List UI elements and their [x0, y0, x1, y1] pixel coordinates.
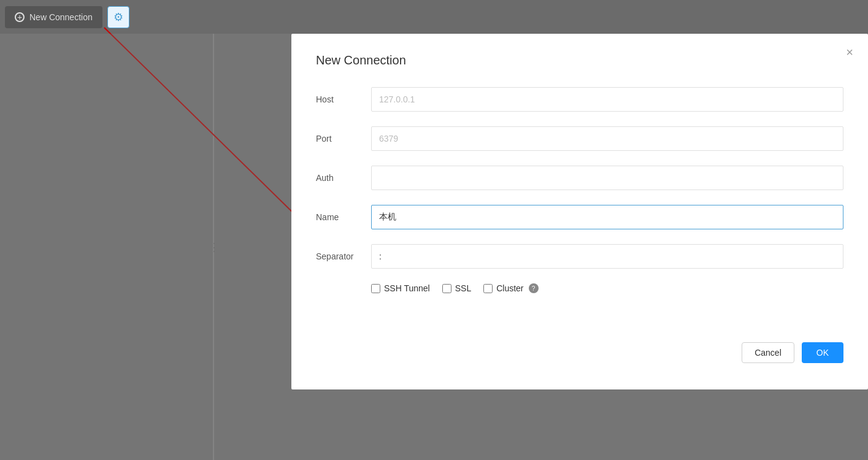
auth-input[interactable] — [371, 166, 843, 190]
ssl-checkbox[interactable] — [442, 284, 451, 293]
ssh-tunnel-checkbox-item[interactable]: SSH Tunnel — [371, 283, 430, 293]
separator-input[interactable] — [371, 244, 843, 269]
port-label: Port — [316, 134, 371, 144]
settings-button[interactable]: ⚙ — [107, 6, 129, 28]
top-bar: + New Connection ⚙ — [0, 0, 868, 34]
ssl-checkbox-item[interactable]: SSL — [442, 283, 471, 293]
checkboxes-row: SSH Tunnel SSL Cluster ? — [371, 283, 843, 293]
cluster-help-icon[interactable]: ? — [529, 283, 539, 293]
auth-label: Auth — [316, 173, 371, 183]
modal-title: New Connection — [316, 53, 843, 67]
ssh-tunnel-label: SSH Tunnel — [384, 283, 430, 293]
ok-button[interactable]: OK — [802, 342, 843, 363]
settings-icon: ⚙ — [113, 10, 123, 24]
separator-row: Separator — [316, 244, 843, 269]
cancel-button[interactable]: Cancel — [742, 342, 794, 363]
modal-footer: Cancel OK — [316, 330, 843, 363]
host-row: Host — [316, 87, 843, 112]
cluster-label: Cluster — [496, 283, 523, 293]
auth-row: Auth — [316, 166, 843, 190]
port-input[interactable] — [371, 126, 843, 151]
name-label: Name — [316, 212, 371, 222]
name-row: Name — [316, 205, 843, 229]
new-connection-tab-label: New Connection — [29, 12, 93, 22]
host-input[interactable] — [371, 87, 843, 112]
cluster-checkbox[interactable] — [483, 284, 493, 293]
cluster-checkbox-item[interactable]: Cluster ? — [483, 283, 538, 293]
name-input[interactable] — [371, 205, 843, 229]
ssh-tunnel-checkbox[interactable] — [371, 284, 380, 293]
ssl-label: SSL — [455, 283, 471, 293]
port-row: Port — [316, 126, 843, 151]
separator-label: Separator — [316, 251, 371, 261]
new-connection-modal: New Connection × Host Port Auth Name Sep… — [291, 34, 868, 389]
new-connection-tab[interactable]: + New Connection — [5, 6, 102, 28]
host-label: Host — [316, 94, 371, 104]
modal-close-button[interactable]: × — [846, 46, 853, 58]
modal-overlay: New Connection × Host Port Auth Name Sep… — [0, 34, 868, 460]
plus-icon: + — [15, 12, 25, 22]
